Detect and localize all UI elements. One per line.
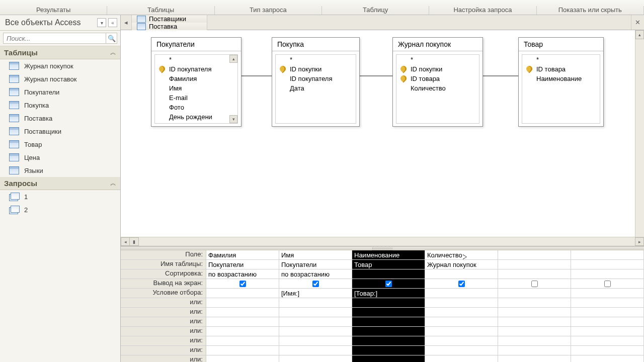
grid-cell[interactable] <box>425 317 498 326</box>
grid-cell[interactable] <box>425 346 498 355</box>
grid-cell[interactable] <box>571 250 644 259</box>
grid-cell[interactable] <box>571 308 644 317</box>
grid-cell[interactable] <box>352 336 425 345</box>
grid-cell[interactable] <box>352 308 425 317</box>
grid-cell-show[interactable] <box>571 279 644 288</box>
grid-cell[interactable] <box>498 308 571 317</box>
tab-scroll-left-icon[interactable]: ◂ <box>121 15 132 30</box>
diagram-table[interactable]: Журнал покупок *ID покупкиID товараКолич… <box>392 37 483 127</box>
grid-cell[interactable] <box>425 269 498 279</box>
table-field[interactable]: День рождени <box>155 112 237 122</box>
grid-cell[interactable] <box>206 289 279 298</box>
nav-item-table[interactable]: Журнал покупок <box>0 59 120 72</box>
grid-cell[interactable] <box>279 317 352 326</box>
grid-cell[interactable]: Фамилия <box>206 250 279 259</box>
grid-cell[interactable] <box>279 346 352 355</box>
relation-line[interactable] <box>360 75 392 76</box>
grid-cell[interactable] <box>498 317 571 326</box>
grid-cell[interactable] <box>352 327 425 336</box>
diagram-table-title[interactable]: Товар <box>519 38 603 51</box>
grid-cell[interactable] <box>206 336 279 345</box>
grid-cell[interactable] <box>571 336 644 345</box>
diagram-table-title[interactable]: Журнал покупок <box>393 38 482 51</box>
grid-cell-show[interactable] <box>425 279 498 288</box>
grid-cell[interactable]: [Товар:] <box>352 289 425 298</box>
show-checkbox[interactable] <box>312 281 319 287</box>
grid-cell[interactable]: Товар <box>352 260 425 269</box>
scroll-down-icon[interactable]: ▾ <box>229 115 237 123</box>
grid-cell[interactable] <box>206 355 279 362</box>
table-field[interactable]: Количество <box>396 83 479 93</box>
diagram-table-title[interactable]: Покупатели <box>151 38 241 51</box>
grid-cell[interactable] <box>425 298 498 307</box>
grid-cell[interactable] <box>498 250 571 259</box>
table-field[interactable]: ID покупки <box>276 64 356 74</box>
grid-cell-show[interactable] <box>352 279 425 288</box>
grid-cell[interactable] <box>206 327 279 336</box>
grid-cell[interactable] <box>571 298 644 307</box>
diagram-table[interactable]: Покупка *ID покупкиID покупателяДата <box>272 37 360 127</box>
grid-cell[interactable] <box>571 327 644 336</box>
nav-item-table[interactable]: Покупка <box>0 99 120 112</box>
diagram-hscroll[interactable]: ◂ ▮ ▸ <box>121 237 644 246</box>
grid-cell[interactable] <box>425 308 498 317</box>
nav-item-table[interactable]: Языки <box>0 164 120 177</box>
scroll-left-icon[interactable]: ◂ <box>121 237 130 246</box>
diagram-table[interactable]: Покупатели *ID покупателяФамилияИмяE-mai… <box>151 37 242 127</box>
grid-cell[interactable]: Покупатели <box>279 260 352 269</box>
grid-cell[interactable] <box>279 327 352 336</box>
grid-cell[interactable]: Наименование <box>352 250 425 259</box>
grid-cell[interactable] <box>498 269 571 279</box>
show-checkbox[interactable] <box>458 281 465 287</box>
scroll-up-icon[interactable]: ▴ <box>229 55 237 63</box>
scroll-handle[interactable]: ▮ <box>130 237 139 246</box>
table-field[interactable]: * <box>155 55 237 64</box>
grid-cell[interactable]: по возрастанию <box>279 269 352 279</box>
table-field[interactable]: * <box>396 55 479 64</box>
grid-cell[interactable] <box>279 355 352 362</box>
grid-cell[interactable] <box>425 289 498 298</box>
nav-item-table[interactable]: Товар <box>0 138 120 151</box>
grid-cell[interactable] <box>571 289 644 298</box>
diagram-table[interactable]: Товар *ID товараНаименование <box>518 37 604 127</box>
nav-item-table[interactable]: Поставка <box>0 112 120 125</box>
tab[interactable]: Поставка <box>132 23 207 30</box>
nav-dropdown-icon[interactable]: ▾ <box>97 18 106 27</box>
show-checkbox[interactable] <box>239 281 246 287</box>
table-field[interactable]: ID покупателя <box>276 74 356 83</box>
grid-cell[interactable] <box>206 298 279 307</box>
diagram-vscroll[interactable]: ▴ <box>635 30 644 246</box>
nav-item-query[interactable]: 2 <box>0 203 120 216</box>
grid-cell[interactable] <box>206 317 279 326</box>
search-input[interactable] <box>3 33 106 44</box>
grid-cell[interactable] <box>498 346 571 355</box>
grid-cell[interactable]: Имя <box>279 250 352 259</box>
grid-cell[interactable] <box>352 269 425 279</box>
grid-cell[interactable] <box>352 346 425 355</box>
show-checkbox[interactable] <box>385 281 392 287</box>
grid-cell[interactable] <box>498 336 571 345</box>
section-tables-header[interactable]: Таблицы ︽ <box>0 46 120 59</box>
grid-cell[interactable] <box>571 269 644 279</box>
grid-cell[interactable] <box>498 260 571 269</box>
nav-item-table[interactable]: Журнал поставок <box>0 72 120 85</box>
tab[interactable]: Поставщики <box>132 15 207 23</box>
grid-cell[interactable] <box>571 355 644 362</box>
grid-cell[interactable] <box>425 355 498 362</box>
grid-cell[interactable] <box>571 260 644 269</box>
nav-item-table[interactable]: Покупатели <box>0 85 120 99</box>
show-checkbox[interactable] <box>604 281 611 287</box>
grid-cell[interactable] <box>571 317 644 326</box>
grid-cell[interactable] <box>425 336 498 345</box>
grid-cell[interactable] <box>206 308 279 317</box>
query-diagram[interactable]: Покупатели *ID покупателяФамилияИмяE-mai… <box>121 30 644 246</box>
grid-cell[interactable]: Покупатели <box>206 260 279 269</box>
grid-cell[interactable] <box>352 355 425 362</box>
nav-item-query[interactable]: 1 <box>0 190 120 203</box>
table-field[interactable]: * <box>522 55 600 64</box>
grid-cell[interactable] <box>279 336 352 345</box>
grid-cell[interactable]: по возрастанию <box>206 269 279 279</box>
grid-cell[interactable]: [Имя:] <box>279 289 352 298</box>
nav-item-table[interactable]: Поставщики <box>0 125 120 138</box>
grid-cell[interactable] <box>279 298 352 307</box>
